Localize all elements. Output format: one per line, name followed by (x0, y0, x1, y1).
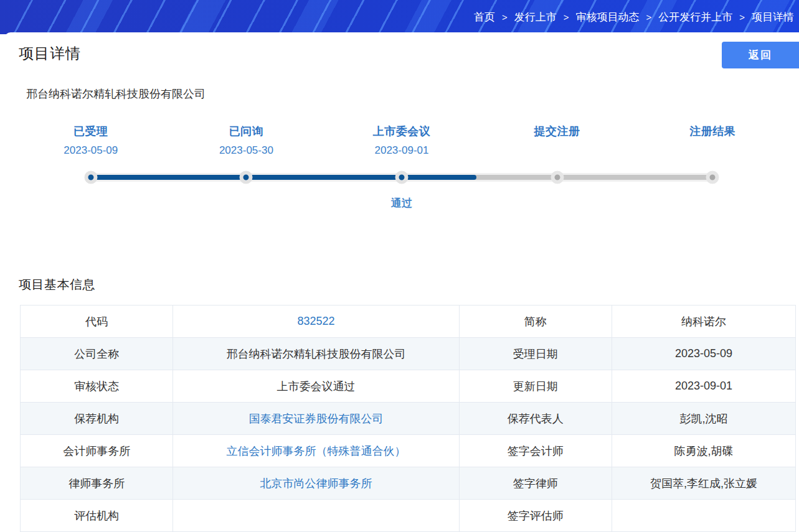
info-label-cell: 签字律师 (459, 467, 612, 500)
table-row: 审核状态上市委会议通过更新日期2023-09-01 (21, 370, 796, 403)
page-title: 项目详情 (19, 44, 799, 63)
company-name: 邢台纳科诺尔精轧科技股份有限公司 (26, 86, 799, 101)
step-label: 已受理 (13, 124, 169, 139)
table-row: 会计师事务所立信会计师事务所（特殊普通合伙）签字会计师陈勇波,胡碟 (21, 435, 796, 467)
step-label: 上市委会议 (324, 124, 480, 139)
step-date: 2023-09-01 (324, 144, 480, 157)
info-value-cell (173, 500, 459, 532)
timeline-step: 已问询2023-05-30 (169, 124, 324, 157)
info-label-cell: 律师事务所 (21, 467, 173, 500)
breadcrumb-item[interactable]: 首页 (474, 10, 495, 24)
step-note-cell (635, 196, 790, 210)
step-date: 2023-05-30 (169, 144, 324, 157)
step-result-note (635, 196, 790, 208)
info-label-cell: 保荐代表人 (459, 403, 612, 435)
step-note-cell: 通过 (324, 196, 480, 210)
step-dot-pending (706, 171, 719, 184)
timeline-step: 提交注册 (480, 124, 635, 157)
breadcrumb-item[interactable]: 发行上市 (514, 10, 557, 24)
breadcrumb-separator: > (646, 12, 651, 22)
review-timeline: 已受理2023-05-09已问询2023-05-30上市委会议2023-09-0… (13, 124, 790, 210)
timeline-progress (91, 175, 476, 180)
info-label-cell: 代码 (21, 306, 173, 338)
info-label-cell: 更新日期 (459, 370, 612, 403)
table-row: 公司全称邢台纳科诺尔精轧科技股份有限公司受理日期2023-05-09 (21, 338, 796, 370)
breadcrumb-item[interactable]: 公开发行并上市 (658, 10, 732, 24)
step-date: 2023-05-09 (13, 144, 169, 157)
table-row: 评估机构签字评估师 (21, 500, 796, 532)
info-label-cell: 会计师事务所 (21, 435, 173, 467)
step-note-cell (480, 196, 635, 210)
info-label-cell: 审核状态 (21, 370, 173, 403)
info-value-cell: 贺国萃,李红成,张立媛 (612, 467, 795, 500)
step-note-cell (13, 196, 169, 210)
timeline-notes: 通过 (13, 196, 790, 210)
info-label-cell: 简称 (459, 306, 612, 338)
breadcrumb: 首页>发行上市>审核项目动态>公开发行并上市>项目详情 (474, 10, 794, 24)
info-value-link[interactable]: 832522 (173, 306, 459, 338)
timeline-step: 已受理2023-05-09 (13, 124, 169, 157)
info-label-cell: 签字会计师 (459, 435, 612, 467)
basic-info-table-body: 代码832522简称纳科诺尔公司全称邢台纳科诺尔精轧科技股份有限公司受理日期20… (21, 306, 796, 532)
step-result-note: 通过 (324, 196, 480, 210)
step-dot-done (395, 171, 409, 184)
info-value-cell: 2023-05-09 (612, 338, 795, 370)
breadcrumb-separator: > (564, 12, 569, 22)
top-banner: 首页>发行上市>审核项目动态>公开发行并上市>项目详情 (0, 0, 799, 34)
step-label: 注册结果 (635, 124, 790, 139)
step-dot-done (240, 171, 253, 184)
info-value-cell: 2023-09-01 (612, 370, 795, 403)
info-label-cell: 公司全称 (21, 338, 173, 370)
info-value-cell (612, 500, 795, 532)
page-header: 项目详情 返回 (4, 32, 799, 63)
info-value-link[interactable]: 国泰君安证券股份有限公司 (173, 403, 459, 435)
step-label: 提交注册 (480, 124, 635, 139)
info-label-cell: 保荐机构 (21, 403, 173, 435)
info-value-link[interactable]: 立信会计师事务所（特殊普通合伙） (173, 435, 459, 467)
timeline-labels: 已受理2023-05-09已问询2023-05-30上市委会议2023-09-0… (13, 124, 790, 157)
info-label-cell: 受理日期 (459, 338, 612, 370)
breadcrumb-item[interactable]: 审核项目动态 (575, 10, 639, 24)
step-dot-pending (551, 171, 564, 184)
info-value-cell: 纳科诺尔 (612, 306, 795, 338)
step-dot-done (84, 171, 97, 184)
step-result-note (13, 196, 169, 208)
step-note-cell (169, 196, 324, 210)
info-value-cell: 彭凯,沈昭 (612, 403, 795, 435)
breadcrumb-separator: > (502, 12, 508, 22)
back-button[interactable]: 返回 (722, 42, 799, 68)
step-date (635, 144, 790, 157)
info-label-cell: 签字评估师 (459, 500, 612, 532)
info-value-cell: 邢台纳科诺尔精轧科技股份有限公司 (173, 338, 459, 370)
table-row: 律师事务所北京市尚公律师事务所签字律师贺国萃,李红成,张立媛 (21, 467, 796, 500)
step-result-note (169, 196, 324, 208)
timeline-track (13, 166, 790, 189)
info-value-cell: 陈勇波,胡碟 (612, 435, 795, 467)
section-title-basic-info: 项目基本信息 (19, 276, 799, 293)
info-value-link[interactable]: 北京市尚公律师事务所 (173, 467, 459, 500)
basic-info-table: 代码832522简称纳科诺尔公司全称邢台纳科诺尔精轧科技股份有限公司受理日期20… (20, 305, 796, 532)
breadcrumb-separator: > (739, 12, 745, 22)
step-date (480, 144, 635, 157)
content-card: 项目详情 返回 邢台纳科诺尔精轧科技股份有限公司 已受理2023-05-09已问… (4, 32, 799, 532)
table-row: 代码832522简称纳科诺尔 (21, 306, 796, 338)
info-label-cell: 评估机构 (21, 500, 173, 532)
step-result-note (480, 196, 635, 208)
table-row: 保荐机构国泰君安证券股份有限公司保荐代表人彭凯,沈昭 (21, 403, 796, 435)
timeline-step: 注册结果 (635, 124, 790, 157)
step-label: 已问询 (169, 124, 324, 139)
info-value-cell: 上市委会议通过 (173, 370, 459, 403)
breadcrumb-item[interactable]: 项目详情 (752, 10, 794, 24)
timeline-step: 上市委会议2023-09-01 (324, 124, 480, 157)
